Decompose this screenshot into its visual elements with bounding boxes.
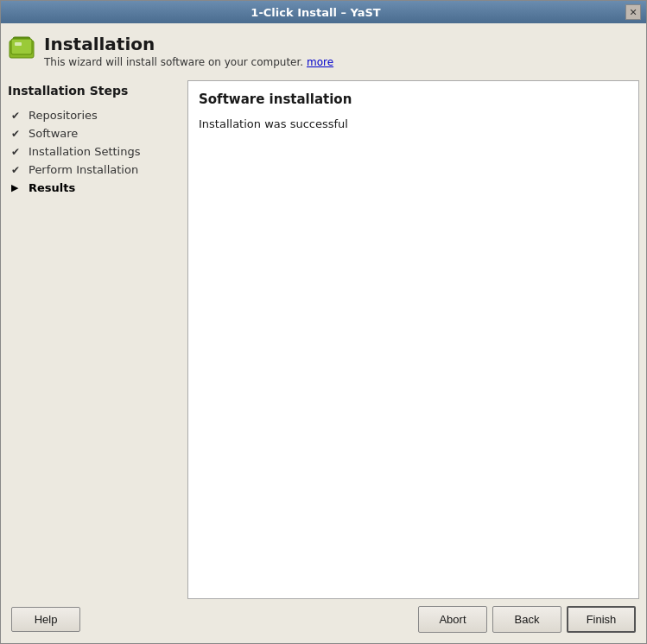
- back-button[interactable]: Back: [492, 606, 561, 633]
- title-bar: 1-Click Install – YaST ✕: [1, 1, 646, 23]
- footer-section: Help Abort Back Finish: [8, 599, 639, 636]
- app-icon: [8, 34, 35, 61]
- installation-message: Installation was successful: [199, 117, 628, 130]
- page-title: Installation: [44, 34, 333, 54]
- footer-left: Help: [11, 607, 80, 632]
- steps-panel: Installation Steps ✔ Repositories ✔ Soft…: [8, 80, 181, 599]
- svg-rect-3: [15, 42, 22, 46]
- header-section: Installation This wizard will install so…: [8, 30, 639, 72]
- checkmark-icon-repositories: ✔: [11, 110, 25, 122]
- main-section: Installation Steps ✔ Repositories ✔ Soft…: [8, 80, 639, 599]
- step-label-settings: Installation Settings: [29, 145, 140, 158]
- content-area: Installation This wizard will install so…: [1, 23, 646, 643]
- abort-button[interactable]: Abort: [418, 606, 487, 633]
- checkmark-icon-perform: ✔: [11, 164, 25, 176]
- steps-title: Installation Steps: [8, 84, 181, 98]
- arrow-icon-results: ▶: [11, 182, 25, 193]
- step-label-results: Results: [29, 181, 75, 194]
- close-button[interactable]: ✕: [625, 4, 641, 20]
- step-perform-installation: ✔ Perform Installation: [8, 161, 181, 179]
- finish-button[interactable]: Finish: [567, 606, 636, 633]
- installation-panel: Software installation Installation was s…: [187, 80, 639, 599]
- step-software: ✔ Software: [8, 124, 181, 142]
- step-results: ▶ Results: [8, 179, 181, 197]
- step-label-perform: Perform Installation: [29, 163, 138, 176]
- checkmark-icon-software: ✔: [11, 128, 25, 140]
- main-window: 1-Click Install – YaST ✕ Installation Th…: [0, 0, 647, 644]
- header-subtitle: This wizard will install software on you…: [44, 56, 333, 68]
- step-installation-settings: ✔ Installation Settings: [8, 142, 181, 161]
- subtitle-text: This wizard will install software on you…: [44, 56, 303, 68]
- panel-title: Software installation: [199, 92, 628, 107]
- step-label-repositories: Repositories: [29, 109, 98, 122]
- step-repositories: ✔ Repositories: [8, 106, 181, 124]
- footer-right: Abort Back Finish: [418, 606, 636, 633]
- svg-rect-2: [11, 39, 32, 54]
- step-label-software: Software: [29, 127, 78, 140]
- window-title: 1-Click Install – YaST: [6, 6, 625, 19]
- header-text: Installation This wizard will install so…: [44, 34, 333, 68]
- checkmark-icon-settings: ✔: [11, 146, 25, 158]
- more-link[interactable]: more: [307, 56, 333, 68]
- help-button[interactable]: Help: [11, 607, 80, 632]
